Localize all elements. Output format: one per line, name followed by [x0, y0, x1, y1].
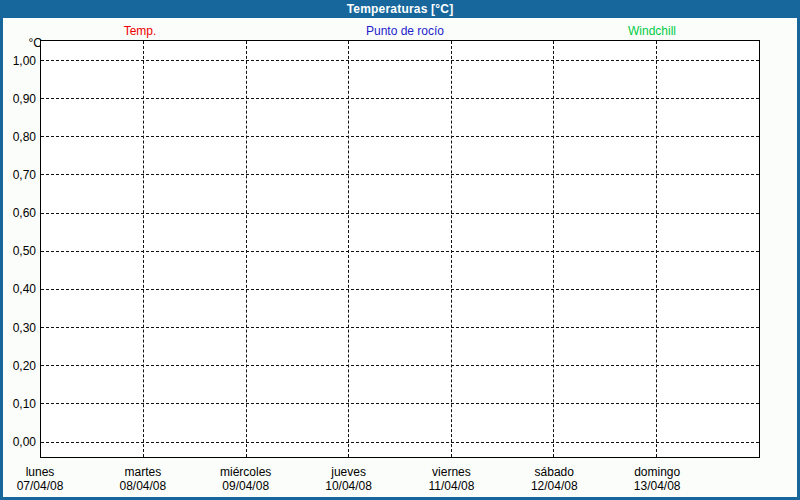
y-tick-label: 0,60 [0, 206, 36, 220]
x-day-name: jueves [294, 466, 404, 479]
chart-page: Temperaturas [°C] Temp.Punto de rocíoWin… [0, 0, 800, 500]
gridline-vertical [143, 41, 144, 457]
x-day-date: 08/04/08 [88, 480, 198, 493]
y-tick-label: 0,00 [0, 435, 36, 449]
gridline-vertical [246, 41, 247, 457]
chart-title-bar: Temperaturas [°C] [0, 0, 800, 18]
gridline-horizontal [41, 442, 759, 443]
y-axis-unit-label: °C [0, 36, 42, 50]
gridline-horizontal [41, 98, 759, 99]
gridline-horizontal [41, 251, 759, 252]
x-day-date: 13/04/08 [602, 480, 712, 493]
x-axis-day-label: jueves10/04/08 [294, 466, 404, 493]
gridline-vertical [451, 41, 452, 457]
x-day-name: martes [88, 466, 198, 479]
x-day-name: viernes [396, 466, 506, 479]
y-tick-label: 1,00 [0, 54, 36, 68]
gridline-vertical [348, 41, 349, 457]
x-axis-day-label: miércoles09/04/08 [191, 466, 301, 493]
x-axis-day-label: domingo13/04/08 [602, 466, 712, 493]
legend-item-3: Windchill [628, 24, 676, 38]
gridline-horizontal [41, 213, 759, 214]
x-day-date: 11/04/08 [396, 480, 506, 493]
gridline-vertical [553, 41, 554, 457]
x-day-name: domingo [602, 466, 712, 479]
gridline-horizontal [41, 174, 759, 175]
x-day-date: 12/04/08 [499, 480, 609, 493]
gridline-horizontal [41, 289, 759, 290]
y-tick-label: 0,30 [0, 321, 36, 335]
y-tick-label: 0,10 [0, 397, 36, 411]
x-day-name: miércoles [191, 466, 301, 479]
x-day-date: 07/04/08 [0, 480, 95, 493]
gridline-horizontal [41, 60, 759, 61]
y-tick-label: 0,20 [0, 359, 36, 373]
gridline-vertical [656, 41, 657, 457]
legend-item-2: Punto de rocío [366, 24, 444, 38]
x-axis-day-label: martes08/04/08 [88, 466, 198, 493]
gridline-horizontal [41, 136, 759, 137]
x-day-name: lunes [0, 466, 95, 479]
x-day-date: 10/04/08 [294, 480, 404, 493]
gridline-horizontal [41, 403, 759, 404]
y-tick-label: 0,80 [0, 130, 36, 144]
x-day-name: sábado [499, 466, 609, 479]
gridline-horizontal [41, 365, 759, 366]
x-day-date: 09/04/08 [191, 480, 301, 493]
chart-title: Temperaturas [°C] [0, 0, 800, 18]
x-axis-day-label: lunes07/04/08 [0, 466, 95, 493]
gridline-horizontal [41, 327, 759, 328]
legend-item-1: Temp. [124, 24, 157, 38]
y-tick-label: 0,70 [0, 168, 36, 182]
y-tick-label: 0,50 [0, 244, 36, 258]
plot-area [40, 40, 760, 458]
y-tick-label: 0,90 [0, 92, 36, 106]
x-axis-day-label: sábado12/04/08 [499, 466, 609, 493]
y-tick-label: 0,40 [0, 282, 36, 296]
x-axis-day-label: viernes11/04/08 [396, 466, 506, 493]
